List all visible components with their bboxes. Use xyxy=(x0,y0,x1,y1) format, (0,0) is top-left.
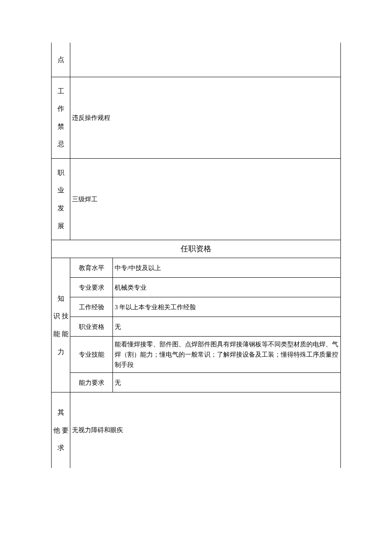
sub-edu: 教育水平 xyxy=(70,258,113,278)
row-edu: 知 识 技 能 能 力 教育水平 中专/中技及以上 xyxy=(52,258,341,278)
val-skill: 能看懂焊接零、部件图、点焊部件图具有焊接薄钢板等不同类型材质的电焊、气焊（割）能… xyxy=(113,337,341,373)
row-section-header: 任职资格 xyxy=(52,240,341,258)
row-zyfz: 职 业 发 展 三级焊工 xyxy=(52,158,341,240)
label-gzjj: 工 作 禁 忌 xyxy=(52,77,70,158)
value-zyfz: 三级焊工 xyxy=(70,158,341,240)
label-dian: 点 xyxy=(52,43,70,77)
row-ability: 能力要求 无 xyxy=(52,373,341,392)
sub-ability: 能力要求 xyxy=(70,373,113,392)
sub-skill: 专业技能 xyxy=(70,337,113,373)
row-dian: 点 xyxy=(52,43,341,77)
row-gzjj: 工 作 禁 忌 违反操作规程 xyxy=(52,77,341,158)
val-edu: 中专/中技及以上 xyxy=(113,258,341,278)
label-zsjn: 知 识 技 能 能 力 xyxy=(52,258,70,392)
val-exp: 3 年以上本专业相关工作经脸 xyxy=(113,297,341,317)
row-major: 专业要求 机械类专业 xyxy=(52,278,341,297)
label-zyfz: 职 业 发 展 xyxy=(52,158,70,240)
val-qual: 无 xyxy=(113,317,341,337)
row-exp: 工作经验 3 年以上本专业相关工作经脸 xyxy=(52,297,341,317)
row-qual: 职业资格 无 xyxy=(52,317,341,337)
value-gzjj: 违反操作规程 xyxy=(70,77,341,158)
val-major: 机械类专业 xyxy=(113,278,341,297)
sub-exp: 工作经验 xyxy=(70,297,113,317)
value-dian xyxy=(70,43,341,77)
row-skill: 专业技能 能看懂焊接零、部件图、点焊部件图具有焊接薄钢板等不同类型材质的电焊、气… xyxy=(52,337,341,373)
label-other: 其 他 要 求 xyxy=(52,392,70,468)
sub-qual: 职业资格 xyxy=(70,317,113,337)
val-ability: 无 xyxy=(113,373,341,392)
value-other: 无视力障碍和眼疾 xyxy=(70,392,341,468)
sub-major: 专业要求 xyxy=(70,278,113,297)
document-table: 点 工 作 禁 忌 违反操作规程 职 业 发 展 三级焊工 任职资格 知 识 技… xyxy=(51,43,341,468)
row-other: 其 他 要 求 无视力障碍和眼疾 xyxy=(52,392,341,468)
section-header: 任职资格 xyxy=(52,240,341,258)
